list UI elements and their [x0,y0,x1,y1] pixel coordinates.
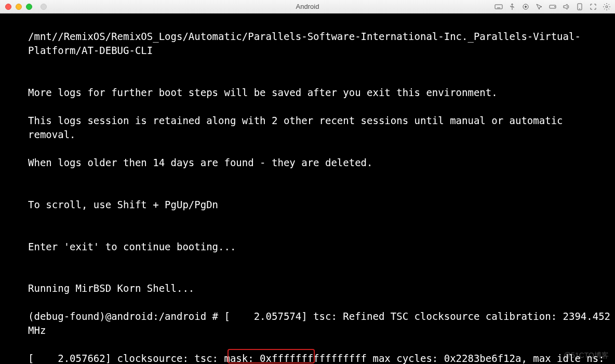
terminal-line: /mnt//RemixOS/RemixOS_Logs/Automatic/Par… [0,30,615,58]
cursor-icon[interactable] [535,3,543,11]
terminal-output[interactable]: /mnt//RemixOS/RemixOS_Logs/Automatic/Par… [0,14,615,364]
tablet-icon[interactable] [576,3,584,11]
svg-rect-0 [495,5,502,9]
terminal-line: To scroll, use Shift + PgUp/PgDn [0,198,615,212]
svg-point-14 [606,6,608,8]
terminal-line: (debug-found)@android:/android # [ 2.057… [0,309,615,338]
gear-icon[interactable] [603,3,611,11]
watermark: @51CTO博客 [564,350,609,361]
terminal-line: Enter 'exit' to continue booting... [0,240,615,254]
window-titlebar: Android [0,0,615,14]
close-button[interactable] [5,4,11,10]
minimize-button[interactable] [16,4,22,10]
terminal-line: More logs for further boot steps will be… [0,86,615,100]
svg-point-11 [555,6,555,7]
keyboard-icon[interactable] [494,3,503,11]
disabled-button [41,4,47,10]
window-title: Android [296,3,319,10]
drive-icon[interactable] [549,3,557,11]
toolbar-right [494,3,611,11]
terminal-line: [ 2.057662] clocksource: tsc: mask: 0xff… [0,352,615,364]
maximize-button[interactable] [26,4,32,10]
usb-icon[interactable] [508,3,516,11]
traffic-lights [0,4,47,10]
target-icon[interactable] [522,3,530,11]
sound-icon[interactable] [562,3,570,11]
terminal-line: Running MirBSD Korn Shell... [0,281,615,295]
terminal-line: When logs older then 14 days are found -… [0,156,615,170]
terminal-line: This logs session is retained along with… [0,114,615,142]
svg-point-9 [525,6,527,7]
expand-icon[interactable] [589,3,597,11]
